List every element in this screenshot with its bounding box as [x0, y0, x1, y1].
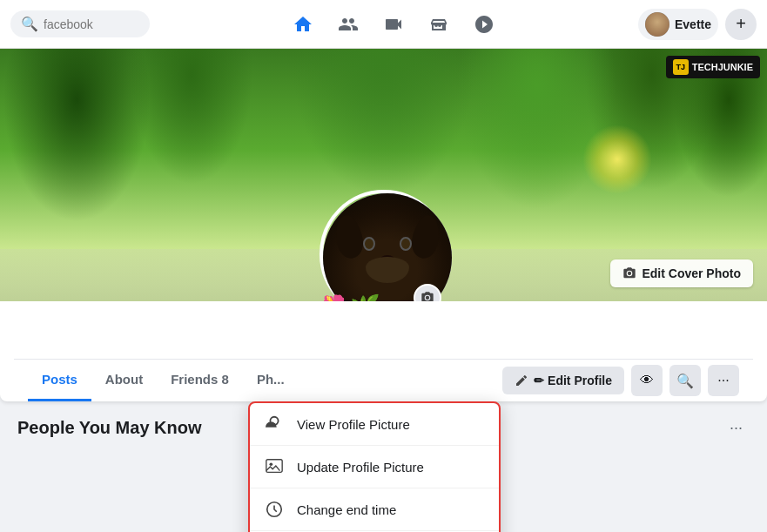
cover-sun	[582, 125, 652, 194]
profile-actions: ✏ Edit Profile 👁 🔍 ···	[502, 365, 739, 396]
avatar	[645, 12, 669, 37]
friends-icon-btn[interactable]	[327, 3, 369, 45]
watermark: TJ TECHJUNKIE	[666, 56, 760, 78]
search-input[interactable]	[44, 17, 148, 31]
dropdown-item-end-time[interactable]: Change end time	[250, 488, 499, 530]
people-know-title: People You May Know	[17, 418, 202, 438]
profile-container: 🌺🌿 Edit Cover Photo Posts About Friends …	[0, 49, 767, 401]
edit-cover-label: Edit Cover Photo	[642, 266, 741, 280]
tab-posts[interactable]: Posts	[28, 360, 91, 401]
search-icon: 🔍	[21, 16, 38, 32]
dropdown-item-view[interactable]: View Profile Picture	[250, 403, 499, 445]
watermark-text: TECHJUNKIE	[692, 62, 753, 72]
clock-icon	[264, 499, 285, 520]
profile-tabs: Posts About Friends 8 Ph... ✏ Edit Profi…	[14, 359, 753, 401]
tj-logo: TJ	[673, 59, 689, 75]
flowers-decoration: 🌺🌿	[320, 293, 380, 301]
user-name: Evette	[675, 17, 711, 31]
profile-pic-wrapper: 🌺🌿	[320, 190, 448, 301]
nav-icons	[150, 3, 638, 45]
main-content: 🌺🌿 Edit Cover Photo Posts About Friends …	[0, 49, 767, 532]
dropdown-item-update[interactable]: Update Profile Picture	[250, 445, 499, 488]
home-icon-btn[interactable]	[282, 3, 324, 45]
profile-bottom: Posts About Friends 8 Ph... ✏ Edit Profi…	[0, 301, 767, 401]
marketplace-icon-btn[interactable]	[418, 3, 460, 45]
more-options-btn[interactable]: ···	[708, 365, 739, 396]
dog-eye-left	[363, 237, 375, 251]
add-button[interactable]: +	[725, 9, 757, 40]
search-bar[interactable]: 🔍	[10, 10, 150, 37]
nav-right: Evette +	[638, 9, 757, 40]
eye-btn[interactable]: 👁	[631, 365, 663, 396]
dog-ear-right	[408, 213, 441, 260]
dog-ear-left	[332, 213, 365, 260]
tab-photos[interactable]: Ph...	[243, 360, 299, 401]
groups-icon-btn[interactable]	[463, 3, 505, 45]
edit-profile-label: ✏ Edit Profile	[534, 374, 612, 387]
search-profile-btn[interactable]: 🔍	[669, 365, 701, 396]
profile-picture-dropdown: View Profile Picture Update Profile Pict…	[248, 401, 501, 532]
dropdown-view-label: View Profile Picture	[297, 417, 410, 432]
dog-snout	[366, 257, 409, 283]
edit-cover-btn[interactable]: Edit Cover Photo	[610, 259, 753, 287]
edit-profile-btn[interactable]: ✏ Edit Profile	[502, 367, 624, 394]
dog-eye-right	[400, 237, 412, 251]
cover-photo: 🌺🌿 Edit Cover Photo	[0, 49, 767, 301]
user-menu[interactable]: Evette	[638, 9, 718, 40]
people-know-more-btn[interactable]: ···	[723, 415, 750, 441]
view-profile-icon	[264, 414, 285, 434]
navbar: 🔍 Evette +	[0, 0, 767, 49]
tab-friends[interactable]: Friends 8	[157, 360, 243, 401]
dropdown-update-label: Update Profile Picture	[297, 460, 424, 475]
tab-about[interactable]: About	[91, 360, 157, 401]
svg-point-1	[270, 462, 273, 466]
dog-eyes	[363, 237, 412, 251]
dropdown-end-time-label: Change end time	[297, 502, 396, 517]
update-profile-icon	[264, 456, 285, 477]
video-icon-btn[interactable]	[373, 3, 414, 45]
